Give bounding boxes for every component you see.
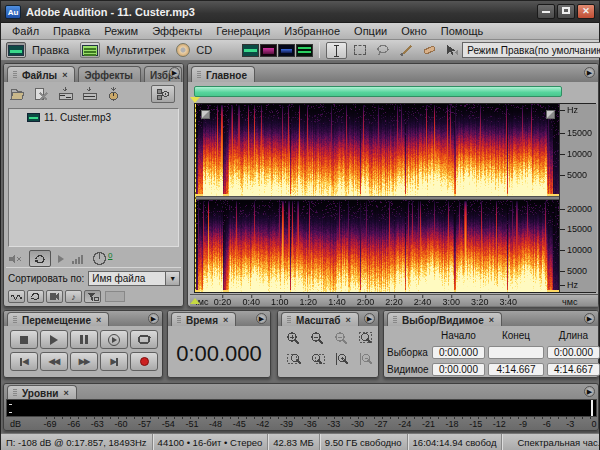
- menu-item[interactable]: Опции: [347, 24, 394, 38]
- tab-main[interactable]: Главное: [191, 66, 255, 82]
- zoom-to-selection-button[interactable]: [356, 330, 376, 346]
- level-meter[interactable]: [6, 399, 597, 417]
- panel-menu-button[interactable]: ▶: [364, 313, 375, 324]
- scrub-tool[interactable]: [441, 42, 462, 59]
- panel-menu-button[interactable]: ▶: [584, 67, 595, 78]
- mode-dropdown[interactable]: Режим Правка(по умолчанию) ▼: [462, 42, 600, 58]
- fast-forward-button[interactable]: ▶▶: [70, 352, 98, 371]
- time-display[interactable]: 0:00.000: [168, 341, 270, 367]
- selection-length-field[interactable]: 0:00.000: [547, 346, 600, 359]
- panel-menu-button[interactable]: ▶: [584, 386, 595, 397]
- lasso-selection-tool[interactable]: [372, 42, 393, 59]
- menu-item[interactable]: Помощь: [434, 24, 491, 38]
- preview-volume-knob[interactable]: 0: [92, 251, 112, 266]
- tab-close-icon[interactable]: ×: [63, 388, 68, 398]
- rewind-button[interactable]: ◀◀: [40, 352, 68, 371]
- panel-menu-button[interactable]: ▶: [584, 313, 595, 324]
- mute-preview-icon[interactable]: [8, 253, 22, 265]
- zoom-in-vertical-button[interactable]: [332, 351, 352, 367]
- spectral-display[interactable]: Hz 15000100005000 2000015000100005000 Hz: [194, 103, 596, 293]
- tab-close-icon[interactable]: ×: [96, 315, 101, 325]
- horizontal-scrollbar[interactable]: [194, 86, 562, 97]
- spot-healing-tool[interactable]: [418, 42, 439, 59]
- import-file-button[interactable]: [8, 85, 26, 102]
- play-button[interactable]: [40, 330, 68, 349]
- filter-options-button[interactable]: [84, 290, 101, 303]
- tab-close-icon[interactable]: ×: [62, 70, 67, 80]
- menu-item[interactable]: Окно: [394, 24, 434, 38]
- tab-close-icon[interactable]: ×: [346, 315, 351, 325]
- dropdown-arrow-icon[interactable]: ▼: [165, 272, 179, 285]
- spectrogram-canvas[interactable]: [195, 104, 559, 292]
- zoom-out-vertical-button[interactable]: [356, 351, 376, 367]
- time-ruler[interactable]: чмс 0:200:401:001:201:402:002:202:403:00…: [190, 294, 598, 307]
- time-selection-tool[interactable]: [326, 42, 347, 59]
- close-button[interactable]: ✕: [577, 4, 595, 19]
- show-midi-files-button[interactable]: ♪: [65, 290, 82, 303]
- selection-handle-right[interactable]: [546, 110, 555, 119]
- zoom-out-full-button[interactable]: [332, 330, 352, 346]
- view-start-field[interactable]: 0:00.000: [432, 363, 485, 376]
- menu-item[interactable]: Избранное: [277, 24, 347, 38]
- show-audio-files-button[interactable]: [8, 290, 25, 303]
- panel-menu-button[interactable]: ▶: [256, 313, 267, 324]
- menu-item[interactable]: Файл: [5, 24, 46, 38]
- tab-files[interactable]: Файлы×: [7, 66, 75, 82]
- insert-into-cd-button[interactable]: [80, 85, 98, 102]
- panel-menu-button[interactable]: ▶: [169, 67, 180, 78]
- playhead-marker-bottom[interactable]: [190, 298, 200, 304]
- edit-view-button[interactable]: [6, 42, 26, 58]
- edit-file-button[interactable]: [104, 85, 122, 102]
- view-length-field[interactable]: 4:14.667: [547, 363, 600, 376]
- volume-bars-icon[interactable]: [71, 253, 85, 264]
- stop-button[interactable]: [10, 330, 38, 349]
- frequency-ruler[interactable]: Hz 15000100005000 2000015000100005000 Hz: [559, 104, 597, 292]
- maximize-button[interactable]: [557, 4, 575, 19]
- selection-end-field[interactable]: [488, 346, 544, 359]
- menu-item[interactable]: Генерация: [209, 24, 277, 38]
- insert-into-multitrack-button[interactable]: [56, 85, 74, 102]
- tab-transport[interactable]: Перемещение×: [7, 312, 109, 326]
- tab-zoom[interactable]: Масштаб×: [281, 312, 359, 326]
- tab-close-icon[interactable]: ×: [489, 315, 494, 325]
- cd-icon[interactable]: [176, 43, 190, 57]
- tab-selection-view[interactable]: Выбор/Видимое×: [387, 312, 502, 326]
- spectral-display-button[interactable]: [260, 44, 277, 57]
- selection-handle-left[interactable]: [201, 110, 210, 119]
- go-to-end-button[interactable]: ▶: [100, 352, 128, 371]
- sort-dropdown[interactable]: Имя файла ▼: [88, 271, 180, 286]
- menu-item[interactable]: Правка: [46, 24, 97, 38]
- go-to-beginning-button[interactable]: ◀: [10, 352, 38, 371]
- waveform-display-button[interactable]: [242, 44, 259, 57]
- panel-menu-button[interactable]: ▶: [148, 313, 159, 324]
- tab-time[interactable]: Время×: [171, 312, 236, 326]
- zoom-right-edge-button[interactable]: [308, 351, 328, 367]
- play-from-cursor-button[interactable]: [100, 330, 128, 349]
- spectral-pan-display-button[interactable]: [278, 44, 295, 57]
- marquee-selection-tool[interactable]: [349, 42, 370, 59]
- show-options-toggle[interactable]: [151, 85, 175, 103]
- zoom-out-button[interactable]: [308, 330, 328, 346]
- selection-start-field[interactable]: 0:00.000: [432, 346, 485, 359]
- loop-preview-button[interactable]: [29, 250, 51, 267]
- multitrack-view-button[interactable]: [80, 42, 100, 58]
- tab-close-icon[interactable]: ×: [223, 315, 228, 325]
- pause-button[interactable]: [70, 330, 98, 349]
- play-looped-button[interactable]: [130, 330, 158, 349]
- tab-levels[interactable]: Уровни×: [7, 385, 77, 399]
- zoom-in-button[interactable]: [284, 330, 304, 346]
- spectral-phase-display-button[interactable]: [296, 44, 313, 57]
- show-video-files-button[interactable]: [46, 290, 63, 303]
- menu-item[interactable]: Режим: [97, 24, 145, 38]
- minimize-button[interactable]: [537, 4, 555, 19]
- record-button[interactable]: [130, 352, 158, 371]
- play-preview-icon[interactable]: [58, 255, 64, 263]
- effects-paintbrush-tool[interactable]: [395, 42, 416, 59]
- file-list-item[interactable]: 11. Custer.mp3: [9, 109, 178, 123]
- tab-effects[interactable]: Эффекты: [78, 66, 141, 82]
- menu-item[interactable]: Эффекты: [145, 24, 209, 38]
- show-loop-files-button[interactable]: [27, 290, 44, 303]
- close-file-button[interactable]: [32, 85, 50, 102]
- zoom-left-edge-button[interactable]: [284, 351, 304, 367]
- view-end-field[interactable]: 4:14.667: [488, 363, 544, 376]
